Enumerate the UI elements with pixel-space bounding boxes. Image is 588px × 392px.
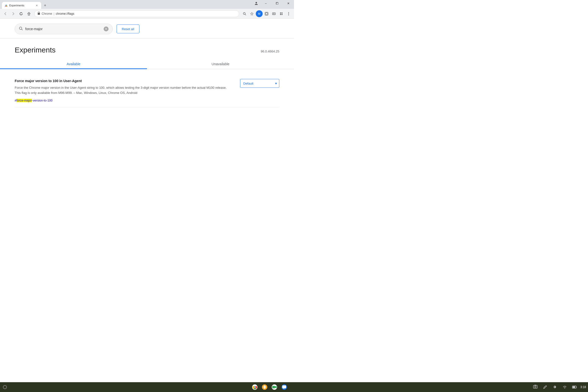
page-header: Experiments 96.0.4664.25 xyxy=(0,38,294,57)
flag-control: Default Enabled Disabled xyxy=(240,79,279,88)
svg-rect-6 xyxy=(28,14,30,15)
menu-button[interactable] xyxy=(285,10,292,17)
tabs-bar: Available Unavailable xyxy=(0,59,294,69)
cast-button[interactable] xyxy=(271,10,277,17)
flag-title: Force major version to 100 in User-Agent xyxy=(15,79,230,83)
version-text: 96.0.4664.25 xyxy=(261,50,279,53)
search-button[interactable] xyxy=(241,10,248,17)
flag-select-wrapper: Default Enabled Disabled xyxy=(240,79,279,88)
flag-link-highlight: force-major xyxy=(16,99,32,102)
search-clear-button[interactable]: ✕ xyxy=(104,26,109,32)
home-button[interactable] xyxy=(25,10,32,17)
flag-info: Force major version to 100 in User-Agent… xyxy=(15,79,240,102)
svg-point-4 xyxy=(256,2,257,4)
nav-actions: M xyxy=(241,10,292,17)
flag-anchor-link[interactable]: #force-major-version-to-100 xyxy=(15,99,52,102)
flag-link-prefix: # xyxy=(15,99,16,102)
window-controls: – ⧠ ✕ xyxy=(252,0,294,7)
new-tab-button[interactable]: + xyxy=(42,2,48,8)
svg-point-19 xyxy=(288,14,289,15)
forward-icon xyxy=(11,12,15,16)
lock-icon xyxy=(37,12,40,15)
page-title: Experiments xyxy=(15,46,56,54)
titlebar: Experiments ✕ + – ⧠ ✕ xyxy=(0,0,294,9)
puzzle-icon xyxy=(265,12,268,16)
more-icon xyxy=(288,12,289,16)
forward-button[interactable] xyxy=(10,10,17,17)
search-box-icon xyxy=(19,26,23,32)
svg-rect-15 xyxy=(280,14,281,15)
active-tab[interactable]: Experiments ✕ xyxy=(2,2,41,9)
page-content: ✕ Reset all Experiments 96.0.4664.25 Ava… xyxy=(0,19,294,186)
svg-line-9 xyxy=(245,14,246,15)
svg-point-18 xyxy=(288,13,289,14)
close-button[interactable]: ✕ xyxy=(283,0,294,7)
tab-unavailable[interactable]: Unavailable xyxy=(147,59,294,69)
navbar: Chrome | chrome://flags M xyxy=(0,9,294,19)
search-magnify-icon xyxy=(19,26,23,30)
tab-available[interactable]: Available xyxy=(0,59,147,69)
svg-point-12 xyxy=(274,13,275,14)
svg-point-20 xyxy=(19,27,22,30)
chrome-origin-label: Chrome xyxy=(42,12,52,16)
search-area: ✕ Reset all xyxy=(0,19,294,34)
flag-item: Force major version to 100 in User-Agent… xyxy=(15,74,279,108)
svg-rect-7 xyxy=(38,13,40,15)
extension-extra-button[interactable] xyxy=(278,10,285,17)
url-display: chrome://flags xyxy=(56,12,74,16)
svg-rect-13 xyxy=(280,12,281,14)
svg-rect-14 xyxy=(282,12,283,14)
flag-link-suffix: -version-to-100 xyxy=(32,99,52,102)
minimize-button[interactable]: – xyxy=(260,0,272,7)
svg-marker-5 xyxy=(21,12,22,13)
cast-icon xyxy=(272,12,276,16)
svg-point-17 xyxy=(288,12,289,13)
flag-select[interactable]: Default Enabled Disabled xyxy=(240,79,279,88)
address-bar[interactable]: Chrome | chrome://flags xyxy=(34,10,239,17)
profile-button[interactable] xyxy=(252,0,260,7)
extensions-button[interactable] xyxy=(263,10,270,17)
svg-rect-16 xyxy=(282,14,283,15)
svg-rect-10 xyxy=(265,12,268,15)
refresh-icon xyxy=(19,12,23,16)
address-separator: | xyxy=(54,12,54,16)
svg-line-21 xyxy=(21,29,22,30)
tab-title: Experiments xyxy=(9,4,34,7)
search-box: ✕ xyxy=(15,24,113,34)
flag-description: Force the Chrome major version in the Us… xyxy=(15,85,230,96)
extension-icon xyxy=(280,12,283,16)
home-icon xyxy=(27,12,31,16)
back-button[interactable] xyxy=(2,10,9,17)
bookmark-button[interactable] xyxy=(249,10,255,17)
profile-icon xyxy=(254,2,258,6)
maximize-button[interactable]: ⧠ xyxy=(272,0,283,7)
tab-strip: Experiments ✕ + xyxy=(0,0,48,9)
refresh-button[interactable] xyxy=(18,10,24,17)
search-icon xyxy=(243,12,246,16)
svg-point-8 xyxy=(243,12,245,14)
search-input[interactable] xyxy=(25,27,101,31)
reset-all-button[interactable]: Reset all xyxy=(117,24,139,33)
star-icon xyxy=(250,12,254,16)
flags-list: Force major version to 100 in User-Agent… xyxy=(0,69,294,112)
back-icon xyxy=(4,12,7,16)
tab-close-button[interactable]: ✕ xyxy=(35,4,39,7)
tab-favicon xyxy=(4,4,8,7)
profile-avatar-button[interactable]: M xyxy=(256,10,263,17)
security-icon xyxy=(37,12,40,16)
